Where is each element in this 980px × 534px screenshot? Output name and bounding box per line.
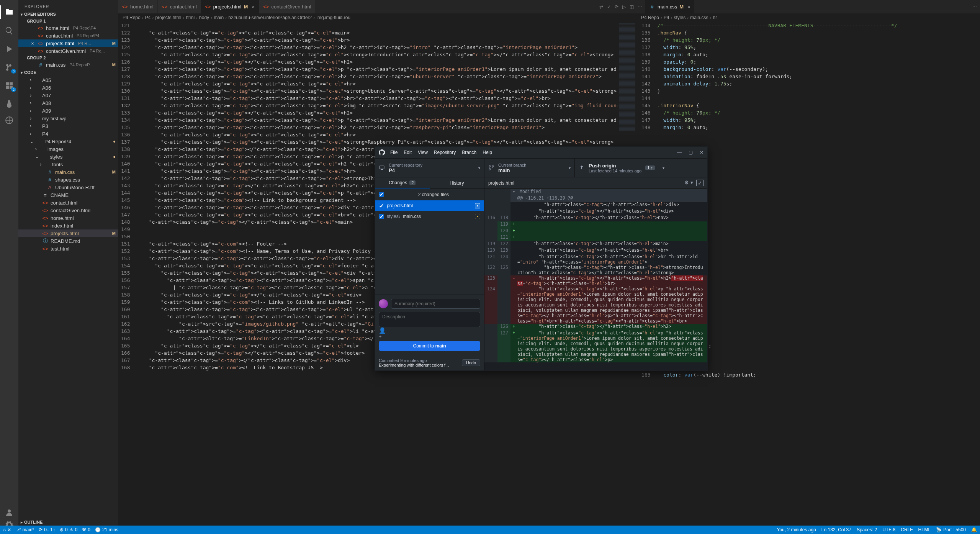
compare-icon[interactable]: ⇄ (599, 4, 603, 10)
menu-item[interactable]: Repository (434, 150, 456, 155)
folder-item[interactable]: ›A06 (18, 84, 118, 92)
outline-section[interactable]: ▸OUTLINE (18, 518, 118, 526)
editor-tab[interactable]: <>home.html (118, 0, 158, 13)
folder-item[interactable]: ⌄styles● (18, 153, 118, 161)
breadcrumbs-left[interactable]: P4 Repo›P4›projects.html›html›body›main›… (118, 13, 636, 22)
file-item[interactable]: ≡CNAME (18, 191, 118, 199)
account-icon[interactable] (5, 508, 14, 517)
add-coauthor-icon[interactable]: 👤⁺ (379, 330, 386, 338)
close-tab-icon[interactable]: × (252, 4, 255, 10)
file-item[interactable]: <>test.html (18, 245, 118, 252)
remote-indicator[interactable]: ⌂ ✕ (3, 527, 11, 532)
open-editor-item[interactable]: #main.cssP4 Repo\P...M (18, 61, 118, 69)
folder-item[interactable]: ›P4 (18, 130, 118, 138)
folder-item[interactable]: ⌄P4 Repo\P4● (18, 138, 118, 145)
folder-item[interactable]: ›A09 (18, 107, 118, 115)
maximize-icon[interactable]: ▢ (689, 150, 693, 155)
breadcrumb-segment[interactable]: P4 Repo (641, 15, 659, 20)
open-editor-item[interactable]: <>home.htmlP4 Repo\P4 (18, 24, 118, 32)
more-icon[interactable]: ⋯ (108, 4, 112, 9)
history-tab[interactable]: History (430, 177, 484, 188)
close-tab-icon[interactable]: × (687, 4, 690, 10)
language-status[interactable]: HTML (918, 527, 931, 532)
current-branch-dropdown[interactable]: Current branchmain ▾ (484, 159, 575, 177)
breadcrumb-segment[interactable]: html (186, 15, 195, 20)
file-item[interactable]: #main.cssM (18, 168, 118, 176)
ghd-titlebar[interactable]: FileEditViewRepositoryBranchHelp — ▢ ✕ (375, 147, 707, 158)
search-icon[interactable] (5, 26, 14, 35)
editor-tab[interactable]: <>contact.html (158, 0, 201, 13)
overview-ruler[interactable] (975, 22, 980, 534)
time-status[interactable]: 🕐 21 mins (95, 527, 118, 532)
close-icon[interactable]: ✕ (700, 150, 704, 155)
breadcrumb-segment[interactable]: img.img-fluid.rou (316, 15, 350, 20)
file-item[interactable]: <>contact.html (18, 199, 118, 206)
breadcrumb-segment[interactable]: projects.html (155, 15, 181, 20)
file-item[interactable]: <>projects.htmlM (18, 229, 118, 237)
commit-button[interactable]: Commit to main (379, 341, 480, 351)
breadcrumb-segment[interactable]: P4 (145, 15, 151, 20)
summary-input[interactable] (391, 299, 480, 309)
sync-status[interactable]: ⟳ 0↓ 1↑ (39, 527, 55, 532)
folder-item[interactable]: ›images (18, 145, 118, 153)
menu-item[interactable]: View (418, 150, 428, 155)
folder-item[interactable]: ›A08 (18, 99, 118, 107)
cursor-position[interactable]: Ln 132, Col 37 (821, 527, 851, 532)
current-repo-dropdown[interactable]: Current repositoryP4 ▾ (375, 159, 484, 177)
problems-status[interactable]: ⊗ 0 ⚠ 0 (60, 527, 77, 532)
notifications-icon[interactable]: 🔔 (971, 527, 977, 532)
changed-file-item[interactable]: styles\main.css• (375, 211, 484, 222)
open-editor-item[interactable]: <>contact.htmlP4 Repo\P4 (18, 32, 118, 39)
menu-item[interactable]: Edit (404, 150, 412, 155)
file-item[interactable]: <>index.html (18, 222, 118, 229)
breadcrumb-segment[interactable]: styles (674, 15, 686, 20)
menu-item[interactable]: Branch (462, 150, 476, 155)
editor-tab[interactable]: <>projects.htmlM× (201, 0, 259, 13)
breadcrumb-segment[interactable]: hr (713, 15, 717, 20)
split-icon[interactable]: ◫ (630, 4, 634, 10)
menu-item[interactable]: Help (483, 150, 492, 155)
branch-status[interactable]: ⎇ main* (16, 527, 34, 532)
breadcrumb-segment[interactable]: h2#ubuntu-server.interiorPage.aniOrder2 (228, 15, 312, 20)
minimize-icon[interactable]: — (677, 150, 682, 155)
extensions-icon[interactable]: 2 (5, 81, 14, 90)
blame-status[interactable]: You, 2 minutes ago (777, 527, 816, 532)
menu-item[interactable]: File (390, 150, 398, 155)
breadcrumb-segment[interactable]: P4 Repo (123, 15, 141, 20)
breadcrumb-segment[interactable]: main.css (690, 15, 708, 20)
file-item[interactable]: <>home.html (18, 214, 118, 222)
close-icon[interactable]: × (30, 41, 35, 46)
more-tab-icon[interactable]: ⋯ (638, 4, 642, 10)
file-item[interactable]: AUbuntuMono-R.ttf (18, 183, 118, 191)
breadcrumb-segment[interactable]: body (199, 15, 209, 20)
testing-icon[interactable] (5, 100, 14, 109)
liveserver-icon[interactable] (5, 116, 14, 125)
open-editor-item[interactable]: <>contactGiven.htmlP4 Re... (18, 47, 118, 55)
file-checkbox[interactable] (379, 203, 384, 208)
file-item[interactable]: <>contactGiven.html (18, 206, 118, 214)
explorer-icon[interactable] (5, 8, 14, 17)
folder-item[interactable]: ›A05 (18, 76, 118, 84)
breadcrumbs-right[interactable]: P4 Repo›P4›styles›main.css›hr (636, 13, 980, 22)
file-item[interactable]: #shapes.css (18, 176, 118, 183)
commit-icon[interactable]: ✓ (607, 4, 611, 10)
expand-icon[interactable]: ⤢ (696, 180, 704, 186)
more-icon[interactable]: ⋯ (972, 4, 977, 10)
file-item[interactable]: ⓘREADME.md (18, 237, 118, 245)
build-status[interactable]: ⚒ 0 (82, 527, 90, 532)
port-status[interactable]: 📡 Port : 5500 (936, 527, 966, 532)
breadcrumb-segment[interactable]: P4 (664, 15, 669, 20)
push-origin-button[interactable]: Push originLast fetched 14 minutes ago 1… (575, 159, 707, 177)
folder-item[interactable]: ›A07 (18, 92, 118, 99)
description-input[interactable] (379, 312, 480, 327)
folder-item[interactable]: ›P3 (18, 122, 118, 130)
folder-item[interactable]: ›my-first-wp (18, 115, 118, 122)
file-checkbox[interactable] (379, 214, 384, 219)
editor-tab[interactable]: <>contactGiven.html (259, 0, 316, 13)
open-editors-section[interactable]: ▾OPEN EDITORS (18, 10, 118, 18)
run-tab-icon[interactable]: ▷ (622, 4, 626, 10)
indent-status[interactable]: Spaces: 2 (857, 527, 877, 532)
encoding-status[interactable]: UTF-8 (882, 527, 895, 532)
breadcrumb-segment[interactable]: main (214, 15, 224, 20)
open-editor-item[interactable]: ×<>projects.htmlP4 R...M (18, 39, 118, 47)
